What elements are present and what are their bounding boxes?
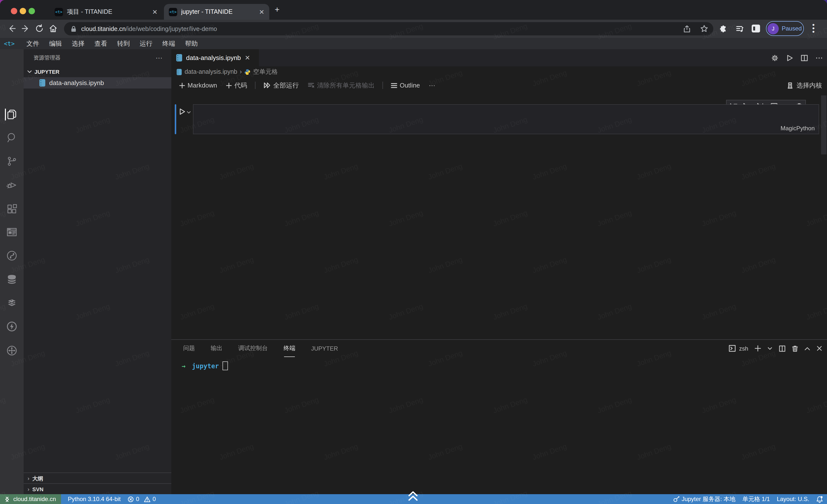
notebook-file-icon	[176, 54, 182, 61]
svn-icon[interactable]	[6, 250, 18, 262]
clear-outputs-button: 清除所有单元格输出	[305, 81, 378, 90]
remote-indicator[interactable]: cloud.titanide.cn	[0, 494, 61, 504]
cell-indicator[interactable]: 单元格 1/1	[742, 495, 770, 503]
problems-indicator[interactable]: 0 0	[128, 496, 156, 503]
source-control-icon[interactable]	[6, 155, 18, 167]
bookmark-star-icon[interactable]	[700, 24, 709, 33]
warnings-count: 0	[153, 496, 156, 503]
new-tab-button[interactable]: +	[275, 5, 280, 15]
menu-go[interactable]: 转到	[112, 39, 135, 48]
terminal-prompt: →	[182, 362, 186, 370]
live-preview-icon[interactable]	[6, 226, 18, 238]
zoom-window-button[interactable]	[29, 8, 35, 14]
outline-button[interactable]: Outline	[388, 81, 423, 89]
terminal-content[interactable]: → jupyter	[182, 361, 228, 370]
maximize-panel-icon[interactable]	[805, 346, 810, 351]
side-panel-icon[interactable]	[752, 24, 760, 33]
python-version[interactable]: Python 3.10.4 64-bit	[68, 496, 120, 503]
section-label: 大纲	[32, 475, 43, 482]
toolbar-more-icon[interactable]: ···	[426, 81, 438, 89]
run-all-button[interactable]: 全部运行	[260, 81, 302, 90]
run-debug-icon[interactable]	[6, 179, 18, 191]
outline-list-icon	[391, 82, 397, 88]
terminal-dropdown-icon[interactable]	[768, 346, 772, 351]
sidebar-section-jupyter[interactable]: JUPYTER	[23, 66, 171, 77]
terminal-command: jupyter	[192, 362, 219, 370]
menu-view[interactable]: 查看	[89, 39, 112, 48]
menu-edit[interactable]: 编辑	[44, 39, 67, 48]
run-cell-icon[interactable]	[179, 108, 185, 115]
breadcrumb-file[interactable]: data-analysis.ipynb	[185, 68, 237, 75]
notebook-scrollbar[interactable]	[821, 95, 827, 154]
add-markdown-button[interactable]: Markdown	[176, 81, 220, 89]
notebook-settings-gear-icon[interactable]	[771, 54, 779, 62]
notifications-bell[interactable]	[816, 495, 823, 503]
expand-panel-chevrons-icon[interactable]	[407, 490, 419, 503]
redis-icon[interactable]	[6, 297, 18, 309]
home-icon[interactable]	[48, 23, 58, 34]
forward-icon[interactable]	[21, 23, 31, 34]
clear-outputs-icon	[308, 82, 314, 89]
browser-tab-jupyter[interactable]: <t> jupyter - TITANIDE ✕	[164, 4, 269, 20]
file-name: data-analysis.ipynb	[49, 79, 104, 87]
database-icon[interactable]	[6, 273, 18, 285]
editor-tab-notebook[interactable]: data-analysis.ipynb ✕	[171, 49, 259, 66]
tab-close-icon[interactable]: ✕	[259, 8, 264, 15]
extensions-icon[interactable]	[6, 203, 18, 215]
kill-terminal-icon[interactable]	[792, 345, 798, 352]
extensions-puzzle-icon[interactable]	[719, 24, 728, 34]
notebook-cell[interactable]: MagicPython	[175, 104, 819, 134]
notebook-editor: MagicPython	[171, 94, 827, 339]
minimize-window-button[interactable]	[20, 8, 26, 14]
add-code-button[interactable]: 代码	[223, 81, 250, 90]
navigation-arrows-icon[interactable]	[6, 345, 18, 356]
new-terminal-icon[interactable]	[755, 345, 761, 351]
sidebar-section-outline[interactable]: › 大纲	[23, 472, 171, 484]
editor-more-icon[interactable]	[815, 54, 823, 62]
menu-selection[interactable]: 选择	[67, 39, 89, 48]
titanide-favicon: <t>	[169, 8, 177, 16]
close-panel-icon[interactable]	[817, 346, 822, 351]
breadcrumb-cell[interactable]: 空单元格	[253, 68, 278, 76]
select-kernel-button[interactable]: 选择内核	[787, 81, 822, 90]
share-icon[interactable]	[683, 25, 691, 33]
warnings-icon	[144, 496, 151, 502]
tab-close-icon[interactable]: ✕	[245, 54, 250, 61]
split-terminal-icon[interactable]	[779, 345, 786, 352]
reload-icon[interactable]	[35, 23, 44, 34]
thunder-client-icon[interactable]	[6, 321, 18, 332]
url-bar[interactable]: cloud.titanide.cn/ide/web/coding/jupyter…	[64, 22, 713, 36]
profile-chip[interactable]: J Paused	[766, 21, 804, 36]
profile-status: Paused	[782, 25, 801, 32]
tab-close-icon[interactable]: ✕	[152, 8, 157, 15]
close-window-button[interactable]	[11, 8, 17, 14]
back-icon[interactable]	[7, 23, 17, 34]
terminal-shell-selector[interactable]: zsh	[729, 345, 748, 352]
explorer-icon[interactable]	[5, 109, 18, 120]
split-editor-icon[interactable]	[800, 54, 808, 62]
browser-tab-project[interactable]: <t> 项目 - TITANIDE ✕	[50, 4, 162, 20]
sidebar-more-icon[interactable]: ···	[155, 54, 162, 61]
url-host: cloud.titanide.cn	[81, 25, 126, 32]
menu-file[interactable]: 文件	[21, 39, 44, 48]
search-icon[interactable]	[6, 132, 18, 144]
media-controls-icon[interactable]	[735, 24, 744, 34]
cell-editor[interactable]: MagicPython	[193, 104, 819, 134]
panel-tab-terminal[interactable]: 终端	[284, 344, 295, 352]
menu-terminal[interactable]: 终端	[157, 39, 180, 48]
menu-help[interactable]: 帮助	[180, 39, 203, 48]
panel-tab-jupyter[interactable]: JUPYTER	[311, 345, 338, 352]
jupyter-server-status[interactable]: Jupyter 服务器: 本地	[673, 495, 735, 503]
file-item-notebook[interactable]: data-analysis.ipynb	[23, 77, 171, 89]
panel-tab-output[interactable]: 输出	[211, 344, 223, 352]
menu-run[interactable]: 运行	[135, 39, 157, 48]
run-cell-dropdown-icon[interactable]	[186, 110, 191, 115]
sidebar-section-svn[interactable]: › SVN	[23, 483, 171, 495]
run-icon[interactable]	[786, 54, 793, 62]
browser-menu-icon[interactable]: •••	[812, 23, 815, 34]
cell-language-label[interactable]: MagicPython	[780, 125, 815, 132]
layout-indicator[interactable]: Layout: U.S.	[777, 496, 809, 503]
shell-label: zsh	[739, 345, 748, 352]
panel-tab-debug-console[interactable]: 调试控制台	[238, 344, 268, 352]
panel-tab-problems[interactable]: 问题	[183, 344, 195, 352]
